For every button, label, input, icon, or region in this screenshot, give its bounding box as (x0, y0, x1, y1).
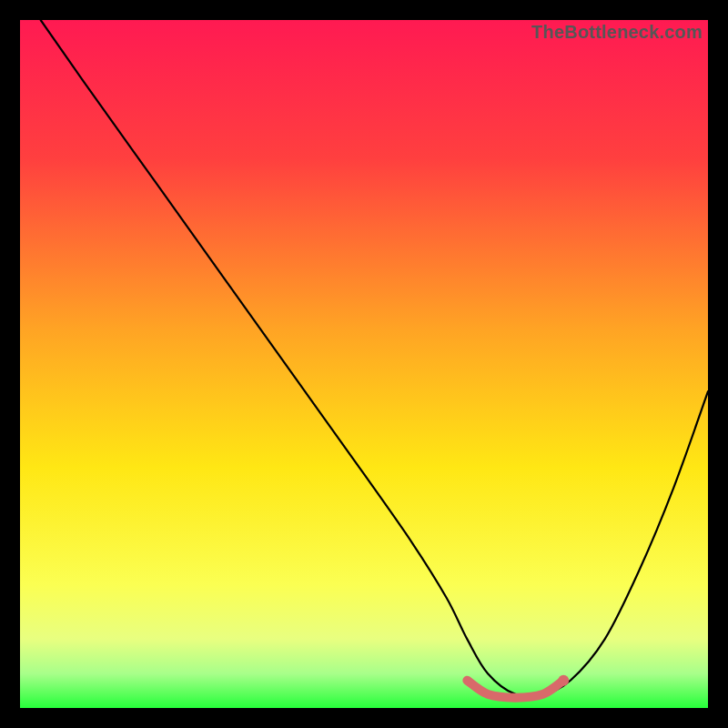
bottom-marker-end-dot (558, 675, 569, 686)
bottom-marker (467, 681, 563, 698)
primary-curve (41, 20, 708, 696)
chart-frame: TheBottleneck.com (20, 20, 708, 708)
chart-overlay (20, 20, 708, 708)
watermark-text: TheBottleneck.com (531, 22, 703, 43)
